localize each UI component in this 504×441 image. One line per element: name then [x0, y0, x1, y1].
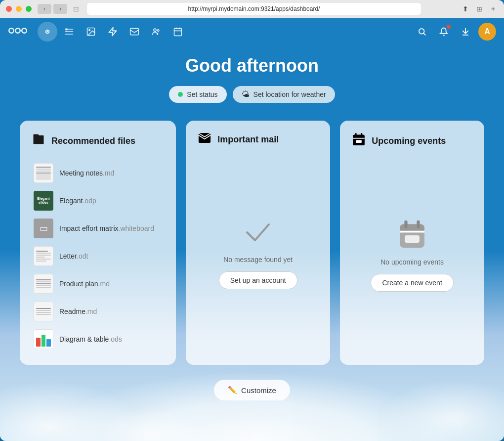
upcoming-events-card: Upcoming events No upcoming events Creat… [340, 121, 484, 365]
nav-files-button[interactable] [59, 22, 79, 42]
status-dot-green [178, 92, 183, 97]
create-event-button[interactable]: Create a new event [371, 274, 453, 292]
svg-point-4 [16, 29, 20, 33]
set-weather-button[interactable]: 🌤 Set location for weather [233, 86, 335, 103]
events-empty-state: No upcoming events Create a new event [352, 159, 472, 353]
mail-title: Important mail [217, 134, 279, 145]
mail-header: Important mail [198, 132, 318, 146]
nextcloud-logo[interactable] [8, 24, 28, 39]
nav-activity-button[interactable] [103, 22, 123, 42]
file-name: Meeting notes.md [59, 169, 114, 177]
file-item[interactable]: Meeting notes.md [32, 159, 164, 187]
back-button[interactable]: ‹ [38, 4, 51, 14]
file-thumbnail [34, 163, 53, 183]
file-name: Impact effort matrix.whiteboard [59, 224, 154, 232]
file-thumbnail [34, 246, 53, 266]
url-text: http://myrpi.mydomain.com:9321/apps/dash… [188, 5, 320, 12]
set-status-label: Set status [187, 90, 217, 98]
file-item[interactable]: Letter.odt [32, 242, 164, 270]
url-bar[interactable]: http://myrpi.mydomain.com:9321/apps/dash… [87, 3, 421, 15]
browser-nav-buttons: ‹ › [38, 4, 67, 14]
svg-point-5 [23, 29, 26, 33]
svg-rect-11 [130, 28, 139, 35]
setup-account-button[interactable]: Set up an account [219, 271, 297, 289]
set-status-button[interactable]: Set status [169, 86, 226, 103]
main-content: Good afternoon Set status 🌤 Set location… [0, 45, 504, 441]
events-header: Upcoming events [352, 132, 472, 149]
mail-empty-state: No message found yet Set up an account [198, 156, 318, 353]
minimize-button[interactable] [16, 6, 22, 12]
svg-rect-26 [405, 235, 420, 243]
customize-pencil-icon: ✏️ [228, 386, 237, 395]
cards-row: Recommended files [20, 121, 484, 365]
files-icon [32, 132, 45, 149]
file-name: Readme.md [59, 308, 97, 315]
mail-empty-message: No message found yet [223, 256, 293, 264]
nav-icons [38, 22, 188, 42]
app-window: ‹ › ⊡ http://myrpi.mydomain.com:9321/app… [0, 0, 504, 441]
svg-point-10 [89, 30, 90, 31]
events-empty-message: No upcoming events [380, 258, 444, 266]
svg-point-3 [10, 29, 13, 33]
share-icon[interactable]: ⬆ [461, 4, 470, 14]
calendar-icon [352, 132, 366, 149]
file-name: Product plan.md [59, 280, 110, 288]
file-name: Letter.odt [59, 252, 88, 260]
nav-home-button[interactable] [38, 22, 57, 42]
set-weather-label: Set location for weather [253, 90, 326, 98]
reading-view-icon[interactable]: ⊡ [71, 4, 81, 14]
file-thumbnail [34, 274, 53, 294]
title-bar-right: ⬆ ⊞ ＋ [461, 4, 498, 14]
recommended-files-card: Recommended files [20, 121, 176, 365]
calendar-large-icon [397, 220, 427, 250]
svg-point-12 [154, 29, 156, 31]
file-thumbnail [34, 302, 53, 321]
customize-button[interactable]: ✏️ Customize [214, 380, 290, 400]
traffic-lights [6, 6, 32, 12]
customize-label: Customize [241, 386, 276, 395]
svg-rect-22 [354, 135, 364, 138]
nav-photos-button[interactable] [81, 22, 101, 42]
important-mail-card: Important mail No message found yet Set … [186, 121, 330, 365]
events-title: Upcoming events [372, 136, 446, 146]
file-name: Elegant.odp [59, 197, 96, 205]
file-item[interactable]: ▭ Impact effort matrix.whiteboard [32, 215, 164, 242]
app-container: A Good afternoon Set status 🌤 Set locati… [0, 18, 504, 441]
file-item[interactable]: Readme.md [32, 298, 164, 325]
nav-right: A [413, 23, 496, 41]
file-item[interactable]: Elegantslides Elegant.odp [32, 187, 164, 215]
greeting-text: Good afternoon [185, 55, 319, 76]
svg-rect-8 [66, 28, 68, 30]
file-item[interactable]: Diagram & table.ods [32, 325, 164, 353]
mail-icon [198, 132, 211, 146]
recommended-files-header: Recommended files [32, 132, 164, 149]
title-bar: ‹ › ⊡ http://myrpi.mydomain.com:9321/app… [0, 0, 504, 18]
check-icon [245, 220, 271, 248]
notifications-button[interactable] [435, 23, 453, 41]
file-thumbnail: ▭ [34, 219, 53, 238]
file-thumbnail [34, 329, 53, 349]
close-button[interactable] [6, 6, 12, 12]
maximize-button[interactable] [26, 6, 32, 12]
status-row: Set status 🌤 Set location for weather [169, 86, 335, 103]
window-icon[interactable]: ⊞ [474, 4, 484, 14]
svg-point-13 [158, 30, 159, 31]
forward-button[interactable]: › [53, 4, 67, 14]
weather-emoji: 🌤 [242, 90, 250, 99]
nav-mail-button[interactable] [125, 22, 144, 42]
file-thumbnail: Elegantslides [34, 191, 53, 211]
recommended-files-title: Recommended files [51, 136, 135, 146]
download-button[interactable] [457, 23, 474, 41]
search-button[interactable] [413, 23, 431, 41]
svg-rect-14 [174, 28, 182, 36]
user-avatar[interactable]: A [478, 23, 496, 41]
file-item[interactable]: Product plan.md [32, 270, 164, 298]
new-tab-icon[interactable]: ＋ [488, 4, 498, 14]
top-nav: A [0, 18, 504, 45]
nav-calendar-button[interactable] [168, 22, 188, 42]
svg-rect-23 [356, 140, 362, 143]
svg-point-7 [47, 31, 48, 33]
file-name: Diagram & table.ods [59, 335, 122, 343]
nav-contacts-button[interactable] [146, 22, 166, 42]
